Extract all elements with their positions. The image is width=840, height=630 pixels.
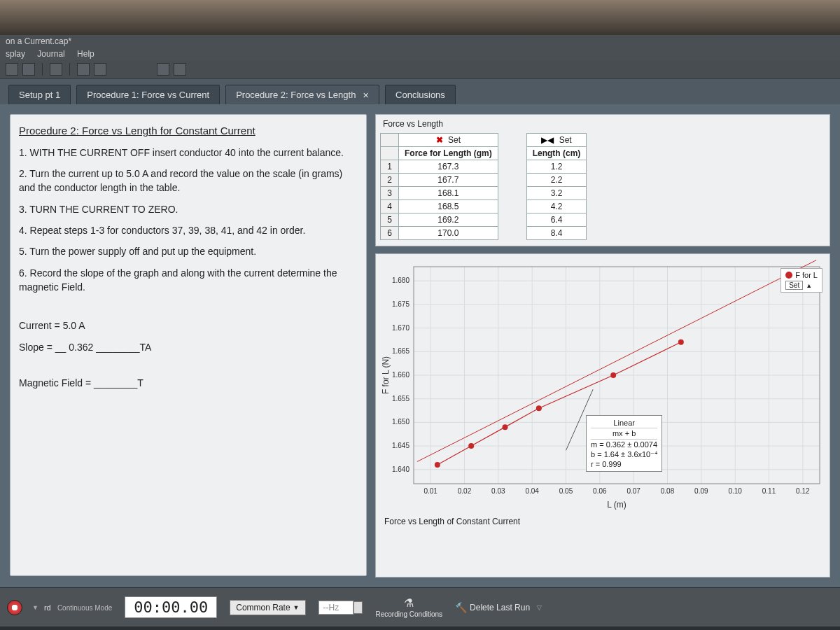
cell[interactable]: 2.2 <box>526 174 587 187</box>
set-header[interactable]: ▶◀ Set <box>526 134 587 147</box>
fit-b: b = 1.64 ± 3.6x10⁻⁴ <box>591 449 657 459</box>
step-6: 6. Record the slope of the graph and alo… <box>19 266 358 295</box>
page-tabs: Setup pt 1 Procedure 1: Force vs Current… <box>0 79 840 104</box>
bottom-bar: ▼ rd Continuous Mode 00:00.00 Common Rat… <box>0 587 840 626</box>
legend-series: F for L <box>795 271 818 279</box>
cell[interactable]: 8.4 <box>526 227 587 240</box>
svg-text:0.11: 0.11 <box>762 487 776 495</box>
chart-panel: 0.010.020.030.040.050.060.070.080.090.10… <box>375 253 830 578</box>
bfield-label: Magnetic Field = <box>19 377 94 388</box>
fit-r: r = 0.999 <box>591 459 657 469</box>
dropdown-icon[interactable]: ▽ <box>537 604 542 611</box>
svg-point-48 <box>503 424 508 430</box>
svg-point-47 <box>468 443 474 449</box>
cell[interactable]: 4.2 <box>526 200 587 214</box>
svg-text:1.640: 1.640 <box>392 465 410 473</box>
tool-icon[interactable] <box>77 63 90 76</box>
svg-text:0.10: 0.10 <box>728 487 742 495</box>
svg-point-46 <box>435 462 440 468</box>
svg-text:0.07: 0.07 <box>626 487 640 495</box>
close-icon[interactable]: ✕ <box>363 91 369 99</box>
tool-icon[interactable] <box>6 63 18 76</box>
photo-edge <box>0 0 840 35</box>
tab-setup[interactable]: Setup pt 1 <box>8 85 71 104</box>
separator <box>69 63 70 76</box>
hammer-icon: 🔨 <box>455 602 467 613</box>
flask-icon: ⚗ <box>404 596 414 610</box>
slope-label: Slope = __ <box>19 342 66 353</box>
tab-label: Procedure 2: Force vs Length <box>236 90 356 100</box>
svg-text:F for L (N): F for L (N) <box>381 356 391 394</box>
svg-text:1.680: 1.680 <box>392 276 410 284</box>
stepper[interactable]: ▲▼ <box>354 601 363 614</box>
svg-text:1.660: 1.660 <box>392 371 410 379</box>
delete-last-run-button[interactable]: 🔨 Delete Last Run ▽ <box>455 602 542 613</box>
svg-text:0.04: 0.04 <box>525 487 539 495</box>
fit-heading: Linear <box>591 418 657 428</box>
svg-text:1.675: 1.675 <box>392 300 410 308</box>
svg-text:0.01: 0.01 <box>424 487 438 495</box>
recording-conditions-button[interactable]: ⚗ Recording Conditions <box>375 596 442 618</box>
cell[interactable]: 170.0 <box>399 227 498 240</box>
fit-box[interactable]: Linear mx + b m = 0.362 ± 0.0074 b = 1.6… <box>586 415 662 472</box>
current-value: 5.0 A <box>63 320 85 331</box>
menu-help[interactable]: Help <box>77 49 94 59</box>
tool-icon[interactable] <box>22 63 35 76</box>
right-column: Force vs Length ✖ Set Force for Length (… <box>375 114 830 578</box>
cell[interactable]: 169.2 <box>399 214 498 227</box>
svg-text:0.08: 0.08 <box>661 487 675 495</box>
tool-icon[interactable] <box>94 63 106 76</box>
tool-icon[interactable] <box>157 63 169 76</box>
cell[interactable]: 3.2 <box>526 187 587 200</box>
col-force: Force for Length (gm) <box>399 147 498 160</box>
dropdown-icon[interactable]: ▼ <box>32 604 38 611</box>
length-table: ▶◀ Set Length (cm) 1.2 2.2 3.2 4.2 6.4 8… <box>526 133 587 240</box>
step-3: 3. TURN THE CURRENT TO ZERO. <box>19 202 358 216</box>
cell[interactable]: 168.5 <box>399 200 498 214</box>
chart-svg[interactable]: 0.010.020.030.040.050.060.070.080.090.10… <box>379 260 827 512</box>
fit-m: m = 0.362 ± 0.0074 <box>591 440 657 449</box>
cell[interactable]: 168.1 <box>399 187 498 200</box>
set-header[interactable]: ✖ Set <box>399 134 498 147</box>
legend-set-button[interactable]: Set <box>785 281 803 290</box>
cell[interactable]: 167.7 <box>399 174 498 187</box>
table-title: Force vs Length <box>380 118 825 130</box>
triangle-icon[interactable]: ▲ <box>806 282 812 289</box>
force-table: ✖ Set Force for Length (gm) 1167.3 2167.… <box>380 133 498 240</box>
svg-text:L (m): L (m) <box>607 500 626 510</box>
cell[interactable]: 6.4 <box>526 214 587 227</box>
svg-text:1.645: 1.645 <box>392 442 410 449</box>
svg-text:0.06: 0.06 <box>593 487 607 495</box>
common-rate-button[interactable]: Common Rate▼ <box>230 600 305 615</box>
tool-icon[interactable] <box>50 63 62 76</box>
fit-eq: mx + b <box>591 428 657 439</box>
toolbar <box>0 60 840 79</box>
step-2: 2. Turn the current up to 5.0 A and reco… <box>19 167 358 195</box>
svg-text:0.02: 0.02 <box>458 487 472 495</box>
slope-value: 0.362 <box>69 342 93 353</box>
col-length: Length (cm) <box>526 147 587 160</box>
fill-in-block: Current = 5.0 A Slope = __ 0.362 _______… <box>19 315 358 393</box>
slope-unit: ________TA <box>96 342 151 353</box>
step-1: 1. WITH THE CURRENT OFF insert conductor… <box>19 146 358 160</box>
record-button[interactable] <box>7 600 22 615</box>
hz-input[interactable]: --Hz <box>318 601 354 615</box>
svg-point-51 <box>678 340 684 345</box>
cell[interactable]: 167.3 <box>399 160 498 174</box>
chart-legend[interactable]: F for L Set ▲ <box>780 268 822 293</box>
step-5: 5. Turn the power supply off and put up … <box>19 244 358 258</box>
legend-swatch <box>785 272 792 279</box>
tab-conclusions[interactable]: Conclusions <box>385 85 456 104</box>
tab-procedure-1[interactable]: Procedure 1: Force vs Current <box>76 85 220 104</box>
menu-journal[interactable]: Journal <box>37 49 64 59</box>
svg-text:0.09: 0.09 <box>694 487 708 495</box>
svg-text:1.670: 1.670 <box>392 324 410 332</box>
svg-point-50 <box>610 372 616 378</box>
tool-icon[interactable] <box>174 63 186 76</box>
tab-procedure-2[interactable]: Procedure 2: Force vs Length ✕ <box>225 85 379 104</box>
menu-display[interactable]: splay <box>6 49 25 59</box>
svg-text:0.03: 0.03 <box>491 487 505 495</box>
data-table-panel: Force vs Length ✖ Set Force for Length (… <box>375 114 830 246</box>
run-icon: ▶◀ <box>541 135 554 145</box>
cell[interactable]: 1.2 <box>526 160 587 174</box>
